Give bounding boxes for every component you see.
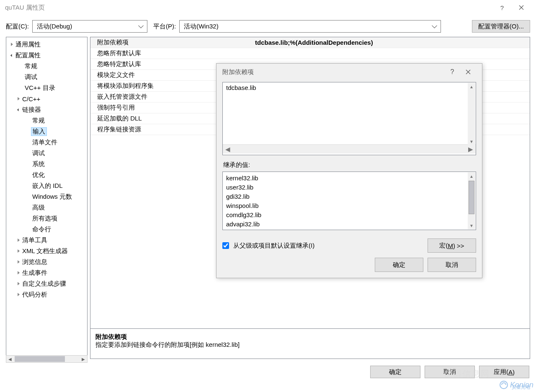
tree-item[interactable]: 常规 (6, 61, 87, 72)
dialog-cancel-button[interactable]: 取消 (428, 258, 476, 272)
description-box: 附加依赖项 指定要添加到链接命令行的附加项[例如 kernel32.lib] (90, 328, 530, 359)
scroll-right-icon[interactable]: ▶ (80, 357, 87, 361)
tree-item[interactable]: 清单文件 (6, 137, 87, 148)
tree-item[interactable]: 优化 (6, 169, 87, 180)
watermark-text: 仪器信息网 (444, 368, 490, 379)
tree-item[interactable]: 清单工具 (6, 235, 87, 246)
list-item: comdlg32.lib (226, 210, 472, 220)
help-icon[interactable]: ? (492, 1, 512, 14)
macro-button[interactable]: 宏(M) >> (428, 238, 476, 253)
dialog-title: 附加依赖项 (222, 68, 254, 76)
dialog-titlebar: 附加依赖项 ? (216, 64, 482, 80)
tree-item[interactable]: VC++ 目录 (6, 82, 87, 93)
config-label: 配置(C): (6, 23, 29, 31)
tree-item[interactable]: 嵌入的 IDL (6, 180, 87, 191)
dialog-ok-button[interactable]: 确定 (375, 258, 423, 272)
deps-edit-text[interactable]: tdcbase.lib (223, 82, 476, 144)
tree-item[interactable]: 所有选项 (6, 213, 87, 224)
tree-item[interactable]: 调试 (6, 72, 87, 82)
svg-point-0 (500, 381, 508, 389)
scroll-thumb[interactable] (15, 356, 65, 362)
list-item: user32.lib (226, 183, 472, 192)
dialog-close-icon[interactable] (460, 66, 476, 78)
platform-label: 平台(P): (153, 23, 176, 31)
scroll-right-icon[interactable]: ▶ (468, 146, 473, 153)
tree-item[interactable]: C/C++ (6, 93, 87, 104)
list-item: kernel32.lib (226, 174, 472, 183)
inherit-checkbox-label: 从父级或项目默认设置继承(I) (233, 242, 314, 250)
description-title: 附加依赖项 (95, 333, 525, 341)
scroll-up-icon[interactable]: ▲ (469, 83, 474, 90)
tree-item-selected[interactable]: 输入 (6, 126, 87, 137)
tree-item[interactable]: 命令行 (6, 224, 87, 235)
window-title: quTAU 属性页 (5, 4, 45, 12)
description-text: 指定要添加到链接命令行的附加项[例如 kernel32.lib] (95, 341, 525, 349)
inherited-label: 继承的值: (223, 161, 476, 169)
tree-item[interactable]: 常规 (6, 115, 87, 126)
list-item: advapi32.lib (226, 220, 472, 229)
ok-button[interactable]: 确定 (370, 366, 420, 378)
config-bar: 配置(C): 活动(Debug) 平台(P): 活动(Win32) 配置管理器(… (0, 15, 536, 37)
tree-item[interactable]: 链接器 (6, 104, 87, 115)
list-item: gdi32.lib (226, 192, 472, 201)
titlebar: quTAU 属性页 ? (0, 0, 536, 15)
tree-item[interactable]: 配置属性 (6, 50, 87, 61)
h-scrollbar[interactable]: ◀▶ (223, 144, 476, 154)
scroll-left-icon[interactable]: ◀ (6, 357, 14, 361)
tree-item[interactable]: 代码分析 (6, 289, 87, 300)
inherit-checkbox[interactable] (222, 242, 229, 249)
platform-select[interactable]: 活动(Win32) (179, 20, 441, 33)
scroll-left-icon[interactable]: ◀ (225, 146, 230, 153)
tree-item[interactable]: 调试 (6, 148, 87, 159)
scroll-thumb[interactable] (469, 181, 474, 214)
scroll-up-icon[interactable]: ▲ (469, 172, 474, 180)
tree-item[interactable]: 浏览信息 (6, 256, 87, 267)
v-scrollbar[interactable]: ▲ ▼ (468, 172, 475, 229)
property-row[interactable]: 附加依赖项tdcbase.lib;%(AdditionalDependencie… (90, 37, 530, 48)
tree-h-scrollbar[interactable]: ◀ ▶ (6, 355, 88, 363)
property-row[interactable]: 忽略所有默认库 (90, 48, 530, 59)
list-item: winspool.lib (226, 201, 472, 210)
watermark-logo: Konion 昊量光电 (499, 380, 533, 389)
config-manager-button[interactable]: 配置管理器(O)... (472, 20, 530, 33)
close-icon[interactable] (512, 1, 531, 14)
deps-edit-area[interactable]: tdcbase.lib ▲▼ ◀▶ (222, 82, 476, 155)
tree-item[interactable]: 通用属性 (6, 39, 87, 50)
config-select[interactable]: 活动(Debug) (32, 20, 147, 33)
scroll-down-icon[interactable]: ▼ (469, 138, 474, 145)
tree-item[interactable]: Windows 元数 (6, 191, 87, 202)
property-tree[interactable]: 通用属性 配置属性 常规 调试 VC++ 目录 C/C++ 链接器 常规 输入 … (6, 37, 88, 359)
dialog-help-icon[interactable]: ? (444, 66, 460, 78)
tree-item[interactable]: 自定义生成步骤 (6, 278, 87, 289)
additional-deps-dialog: 附加依赖项 ? tdcbase.lib ▲▼ ◀▶ 继承的值: kernel32… (216, 63, 482, 278)
tree-item[interactable]: 高级 (6, 202, 87, 213)
tree-item[interactable]: XML 文档生成器 (6, 246, 87, 256)
scroll-down-icon[interactable]: ▼ (469, 222, 474, 229)
v-scrollbar[interactable]: ▲▼ (468, 83, 475, 145)
tree-item[interactable]: 系统 (6, 159, 87, 169)
inherited-list[interactable]: kernel32.lib user32.lib gdi32.lib winspo… (222, 172, 476, 230)
tree-item[interactable]: 生成事件 (6, 267, 87, 278)
